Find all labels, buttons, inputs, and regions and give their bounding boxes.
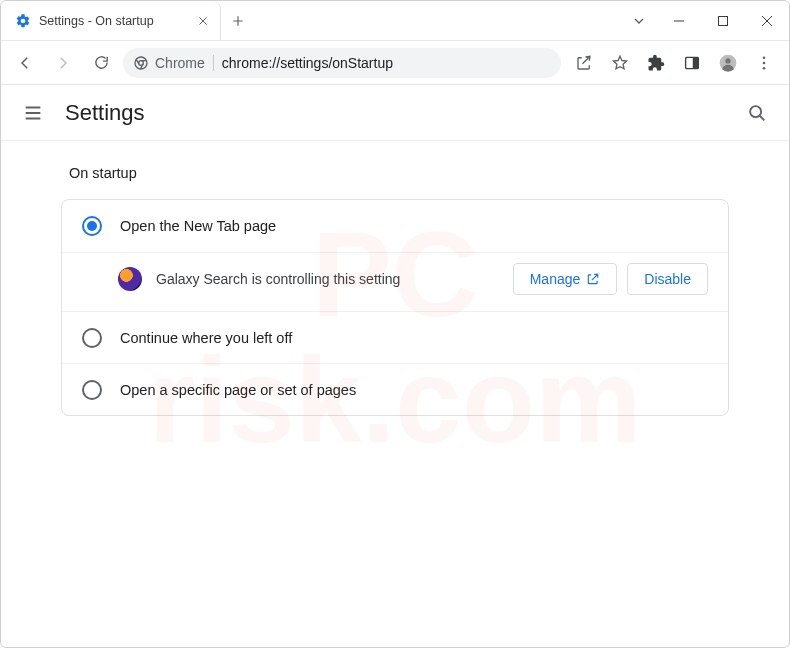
content: On startup Open the New Tab page Galaxy … <box>1 141 789 440</box>
reload-button[interactable] <box>85 47 117 79</box>
startup-card: Open the New Tab page Galaxy Search is c… <box>61 199 729 416</box>
svg-rect-4 <box>693 57 699 68</box>
bookmark-button[interactable] <box>603 46 637 80</box>
omnibox[interactable]: Chrome chrome://settings/onStartup <box>123 48 561 78</box>
radio-selected-icon[interactable] <box>82 216 102 236</box>
address-bar: Chrome chrome://settings/onStartup <box>1 41 789 85</box>
disable-button[interactable]: Disable <box>627 263 708 295</box>
profile-button[interactable] <box>711 46 745 80</box>
disable-button-label: Disable <box>644 271 691 287</box>
browser-tab[interactable]: Settings - On startup <box>1 1 221 40</box>
forward-button[interactable] <box>47 47 79 79</box>
hamburger-menu-button[interactable] <box>21 101 45 125</box>
option-label: Open a specific page or set of pages <box>120 382 356 398</box>
manage-button-label: Manage <box>530 271 581 287</box>
svg-point-8 <box>763 61 766 64</box>
site-chip[interactable]: Chrome <box>133 55 214 71</box>
tab-search-button[interactable] <box>621 1 657 40</box>
radio-unselected-icon[interactable] <box>82 380 102 400</box>
extension-notice: Galaxy Search is controlling this settin… <box>62 252 728 311</box>
maximize-button[interactable] <box>701 1 745 41</box>
radio-unselected-icon[interactable] <box>82 328 102 348</box>
option-continue[interactable]: Continue where you left off <box>62 311 728 363</box>
svg-point-9 <box>763 66 766 69</box>
section-label: On startup <box>69 165 729 181</box>
svg-point-10 <box>750 106 761 117</box>
open-in-new-icon <box>586 272 600 286</box>
close-tab-icon[interactable] <box>196 14 210 28</box>
settings-header: Settings <box>1 85 789 141</box>
close-window-button[interactable] <box>745 1 789 41</box>
share-button[interactable] <box>567 46 601 80</box>
option-specific-pages[interactable]: Open a specific page or set of pages <box>62 363 728 415</box>
tab-title: Settings - On startup <box>39 14 188 28</box>
extensions-button[interactable] <box>639 46 673 80</box>
url-text: chrome://settings/onStartup <box>222 55 393 71</box>
new-tab-button[interactable] <box>221 1 255 40</box>
option-label: Open the New Tab page <box>120 218 276 234</box>
title-bar: Settings - On startup <box>1 1 789 41</box>
site-chip-label: Chrome <box>155 55 205 71</box>
option-label: Continue where you left off <box>120 330 292 346</box>
option-new-tab[interactable]: Open the New Tab page <box>62 200 728 252</box>
back-button[interactable] <box>9 47 41 79</box>
extension-icon <box>118 267 142 291</box>
kebab-menu-button[interactable] <box>747 46 781 80</box>
svg-point-7 <box>763 56 766 59</box>
search-settings-button[interactable] <box>745 101 769 125</box>
svg-rect-0 <box>719 16 728 25</box>
chrome-icon <box>133 55 149 71</box>
gear-icon <box>15 13 31 29</box>
minimize-button[interactable] <box>657 1 701 41</box>
page-title: Settings <box>65 100 725 126</box>
side-panel-button[interactable] <box>675 46 709 80</box>
manage-button[interactable]: Manage <box>513 263 618 295</box>
svg-point-6 <box>725 58 730 63</box>
extension-message: Galaxy Search is controlling this settin… <box>156 271 499 287</box>
window-controls <box>657 1 789 40</box>
